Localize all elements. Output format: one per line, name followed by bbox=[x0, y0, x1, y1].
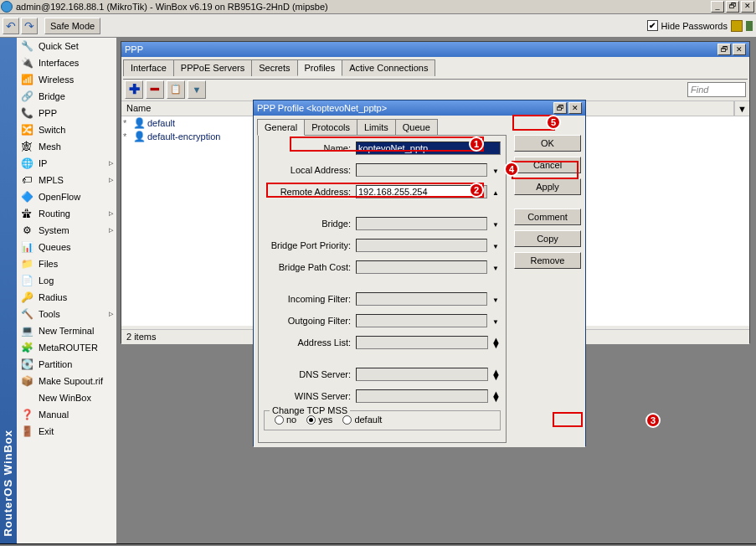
dialog-tab-limits[interactable]: Limits bbox=[357, 119, 396, 136]
maximize-button[interactable]: 🗗 bbox=[726, 1, 739, 13]
sidebar-item-manual[interactable]: ❓Manual bbox=[17, 406, 116, 423]
badge-5: 5 bbox=[546, 115, 561, 130]
bridge-path-cost-input[interactable] bbox=[356, 260, 487, 274]
sidebar-item-interfaces[interactable]: 🔌Interfaces bbox=[17, 54, 116, 71]
dialog-tab-queue[interactable]: Queue bbox=[395, 119, 438, 136]
tab-pppoe-servers[interactable]: PPPoE Servers bbox=[173, 59, 252, 76]
safe-mode-button[interactable]: Safe Mode bbox=[44, 18, 100, 34]
add-button[interactable]: ✚ bbox=[125, 80, 143, 99]
undo-icon bbox=[6, 19, 16, 33]
minimize-button[interactable]: _ bbox=[711, 1, 724, 13]
main-toolbar: Safe Mode ✔ Hide Passwords bbox=[0, 14, 756, 38]
redo-button[interactable] bbox=[21, 18, 38, 34]
sidebar-item-files[interactable]: 📁Files bbox=[17, 255, 116, 272]
apply-button[interactable]: Apply bbox=[514, 178, 581, 195]
tab-secrets[interactable]: Secrets bbox=[251, 59, 297, 76]
remote-address-input[interactable]: 192.168.255.254 bbox=[356, 185, 476, 198]
wins-server-spinner[interactable]: ▲▼ bbox=[491, 391, 501, 401]
comment-button[interactable]: Comment bbox=[514, 209, 581, 225]
dialog-tabs: GeneralProtocolsLimitsQueue bbox=[257, 119, 582, 136]
radio-no[interactable]: no bbox=[275, 415, 296, 425]
ppp-titlebar[interactable]: PPP 🗗 ✕ bbox=[121, 42, 749, 57]
bridge-expand[interactable] bbox=[491, 219, 501, 229]
sidebar-item-radius[interactable]: 🔑Radius bbox=[17, 289, 116, 306]
tab-profiles[interactable]: Profiles bbox=[297, 59, 343, 76]
sidebar-item-ppp[interactable]: 📞PPP bbox=[17, 105, 116, 121]
sidebar-item-openflow[interactable]: 🔷OpenFlow bbox=[17, 188, 116, 205]
tab-interface[interactable]: Interface bbox=[123, 59, 174, 76]
remove-button[interactable]: Remove bbox=[514, 252, 581, 269]
sidebar-item-exit[interactable]: 🚪Exit bbox=[17, 423, 116, 440]
wins-server-input[interactable] bbox=[356, 389, 488, 403]
sidebar-item-new-winbox[interactable]: New WinBox bbox=[17, 389, 116, 406]
undo-button[interactable] bbox=[3, 18, 19, 34]
sidebar-item-partition[interactable]: 💽Partition bbox=[17, 356, 116, 373]
comment-button[interactable]: 📋 bbox=[167, 80, 185, 99]
menu-icon: 🔌 bbox=[20, 56, 33, 70]
bridge-port-priority-expand[interactable] bbox=[491, 240, 501, 250]
dns-server-input[interactable] bbox=[356, 368, 488, 381]
sidebar-item-bridge[interactable]: 🔗Bridge bbox=[17, 88, 116, 105]
menu-label: System bbox=[39, 225, 69, 235]
local-address-input[interactable] bbox=[356, 163, 487, 177]
ppp-title: PPP bbox=[125, 44, 143, 54]
address-list-input[interactable] bbox=[356, 336, 488, 349]
dialog-restore-button[interactable]: 🗗 bbox=[553, 102, 567, 114]
dialog-titlebar[interactable]: PPP Profile <koptevoNet_pptp> 🗗 ✕ bbox=[254, 100, 585, 116]
radio-yes[interactable]: yes bbox=[306, 415, 332, 425]
bridge-port-priority-input[interactable] bbox=[356, 239, 487, 252]
sidebar-item-wireless[interactable]: 📶Wireless bbox=[17, 71, 116, 88]
sidebar-item-tools[interactable]: 🔨Tools▷ bbox=[17, 306, 116, 322]
dns-server-spinner[interactable]: ▲▼ bbox=[491, 369, 501, 379]
hide-passwords-checkbox[interactable]: ✔ bbox=[647, 20, 658, 31]
incoming-filter-expand[interactable] bbox=[491, 294, 501, 304]
radio-icon bbox=[306, 415, 316, 425]
sidebar-item-make-supout-rif[interactable]: 📦Make Supout.rif bbox=[17, 373, 116, 389]
radio-default[interactable]: default bbox=[342, 415, 382, 425]
local-address-expand[interactable] bbox=[491, 165, 501, 175]
bridge-path-cost-expand[interactable] bbox=[491, 262, 501, 272]
find-input[interactable]: Find bbox=[687, 82, 746, 97]
sidebar-item-routing[interactable]: 🛣Routing▷ bbox=[17, 205, 116, 222]
sidebar-item-system[interactable]: ⚙System▷ bbox=[17, 222, 116, 239]
address-list-spinner[interactable]: ▲▼ bbox=[491, 337, 501, 348]
sidebar-item-mpls[interactable]: 🏷MPLS▷ bbox=[17, 172, 116, 188]
bridge-input[interactable] bbox=[356, 217, 487, 230]
ppp-toolbar: ✚ ━ 📋 Find bbox=[121, 78, 749, 101]
ok-button[interactable]: OK bbox=[514, 135, 581, 152]
sidebar-item-metarouter[interactable]: 🧩MetaROUTER bbox=[17, 339, 116, 356]
column-dropdown[interactable]: ▼ bbox=[734, 101, 749, 116]
dialog-tab-general[interactable]: General bbox=[257, 119, 305, 136]
sidebar-item-switch[interactable]: 🔀Switch bbox=[17, 121, 116, 138]
remote-address-label: Remote Address: bbox=[264, 187, 356, 197]
app-icon bbox=[1, 1, 13, 13]
sidebar-item-new-terminal[interactable]: 💻New Terminal bbox=[17, 322, 116, 339]
copy-button[interactable]: Copy bbox=[514, 230, 581, 247]
sidebar-item-log[interactable]: 📄Log bbox=[17, 272, 116, 289]
profile-name: default-encryption bbox=[147, 131, 220, 142]
sidebar-item-quick-set[interactable]: 🔧Quick Set bbox=[17, 38, 116, 54]
close-button[interactable]: ✕ bbox=[741, 1, 754, 13]
cancel-button[interactable]: Cancel bbox=[514, 157, 581, 173]
change-tcp-mss-legend: Change TCP MSS bbox=[270, 405, 350, 415]
address-list-label: Address List: bbox=[264, 337, 356, 348]
filter-button[interactable] bbox=[188, 80, 206, 99]
tab-active-connections[interactable]: Active Connections bbox=[342, 59, 435, 76]
dialog-tab-protocols[interactable]: Protocols bbox=[304, 119, 357, 136]
sidebar-item-mesh[interactable]: 🕸Mesh bbox=[17, 138, 116, 155]
ppp-restore-button[interactable]: 🗗 bbox=[717, 44, 731, 55]
incoming-filter-input[interactable] bbox=[356, 292, 487, 306]
comment-icon: 📋 bbox=[170, 84, 182, 95]
outgoing-filter-expand[interactable] bbox=[491, 316, 501, 326]
remove-button[interactable]: ━ bbox=[146, 80, 164, 99]
badge-4: 4 bbox=[504, 162, 519, 177]
sidebar-item-queues[interactable]: 📊Queues bbox=[17, 239, 116, 255]
ppp-close-button[interactable]: ✕ bbox=[733, 44, 746, 55]
outgoing-filter-input[interactable] bbox=[356, 314, 487, 327]
dialog-close-button[interactable]: ✕ bbox=[568, 102, 582, 114]
minus-icon: ━ bbox=[151, 81, 159, 97]
menu-icon bbox=[20, 391, 33, 404]
menu-icon: 📦 bbox=[20, 374, 33, 388]
sidebar-item-ip[interactable]: 🌐IP▷ bbox=[17, 155, 116, 172]
remote-address-collapse[interactable] bbox=[491, 187, 501, 197]
